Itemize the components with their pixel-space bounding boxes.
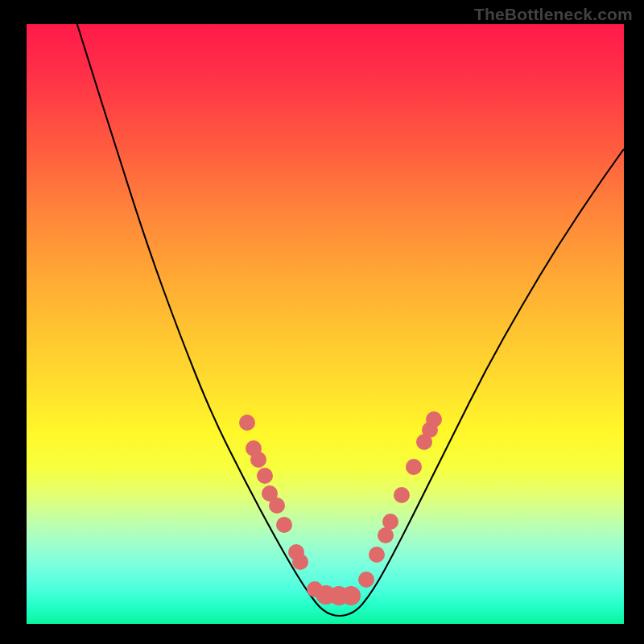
chart-frame: TheBottleneck.com xyxy=(0,0,644,644)
data-marker xyxy=(269,497,285,514)
data-marker xyxy=(250,452,266,468)
data-marker xyxy=(406,459,422,475)
watermark-text: TheBottleneck.com xyxy=(474,5,633,24)
data-marker xyxy=(426,411,442,427)
plot-area xyxy=(27,24,624,624)
chart-svg xyxy=(27,24,624,624)
data-marker xyxy=(358,572,374,588)
data-marker xyxy=(378,527,394,543)
data-marker xyxy=(239,415,255,431)
bottleneck-curve xyxy=(71,24,624,616)
data-marker xyxy=(257,468,273,484)
marker-layer xyxy=(239,411,442,605)
data-marker xyxy=(382,514,398,530)
data-marker xyxy=(292,554,308,570)
data-marker xyxy=(394,487,410,503)
data-marker xyxy=(276,517,292,533)
flat-band xyxy=(316,589,357,603)
data-marker xyxy=(369,547,385,563)
